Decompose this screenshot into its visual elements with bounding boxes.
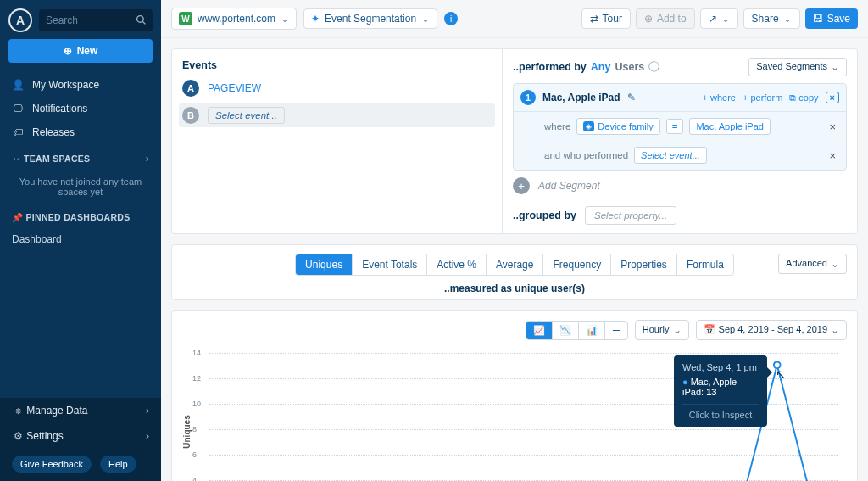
svg-line-1 [142,21,145,24]
measured-as-text: ..measured as unique user(s) [182,282,847,294]
segment-1-badge: 1 [520,90,536,105]
tooltip-time: Wed, Sep 4, 1 pm [682,362,759,372]
user-icon: 👤 [12,79,24,91]
info-icon[interactable]: ⓘ [648,60,659,75]
info-icon[interactable]: i [444,12,458,25]
team-spaces-header[interactable]: ↔ TEAM SPACES › [0,144,161,170]
search-icon [136,14,147,28]
event-b-badge: B [182,107,199,124]
add-segment-button[interactable]: + [513,177,530,194]
date-range-dropdown[interactable]: 📅 Sep 4, 2019 - Sep 4, 2019⌄ [696,320,847,340]
save-button[interactable]: 🖫 Save [805,8,858,29]
bar-chart-icon[interactable]: 📊 [579,322,605,339]
chart-type-group: 📈 📉 📊 ☰ [526,321,628,340]
tag-icon: 🏷 [12,126,24,138]
add-to-button: ⊕ Add to [636,8,695,29]
select-property[interactable]: Select property... [585,206,676,225]
events-title: Events [182,59,492,71]
advanced-button[interactable]: Advanced⌄ [778,254,847,274]
operator-chip[interactable]: = [666,119,684,134]
team-spaces-empty: You have not joined any team spaces yet [0,170,161,204]
tool-selector[interactable]: ✦ Event Segmentation ⌄ [303,8,437,29]
add-where-button[interactable]: + where [703,92,736,103]
help-button[interactable]: Help [100,456,136,473]
chart-tooltip[interactable]: Wed, Sep 4, 1 pm Mac, Apple iPad: 13 Cli… [674,355,767,427]
chevron-down-icon: ⌄ [281,13,289,25]
line-chart-icon[interactable]: 📈 [526,322,553,339]
pinned-dashboards-header: 📌 PINNED DASHBOARDS [0,204,161,228]
chevron-right-icon: › [146,430,149,442]
metric-tabs: Uniques Event Totals Active % Average Fr… [295,254,734,276]
nav-releases[interactable]: 🏷 Releases [0,120,161,144]
where-label: where [544,121,570,131]
device-icon: ◈ [583,121,594,131]
cursor-icon: ↖ [776,367,786,381]
event-b-select[interactable]: Select event... [208,107,285,124]
interval-dropdown[interactable]: Hourly⌄ [635,320,689,340]
svg-point-0 [137,16,144,23]
share-button[interactable]: Share ⌄ [743,8,800,29]
chevron-right-icon: › [146,405,149,417]
tab-uniques[interactable]: Uniques [296,254,353,275]
tab-properties[interactable]: Properties [611,254,677,275]
add-perform-button[interactable]: + perform [743,92,782,103]
users-label[interactable]: Users [615,61,644,73]
plus-icon: ⊕ [64,45,72,57]
remove-where-icon[interactable]: × [829,120,836,133]
tab-event-totals[interactable]: Event Totals [353,254,427,275]
nav-notifications[interactable]: 🖵 Notifications [0,97,161,120]
manage-icon: ⎈ [12,405,24,417]
segmentation-icon: ✦ [311,13,320,25]
chevron-right-icon: › [146,153,149,165]
performed-select-event[interactable]: Select event... [634,147,707,164]
remove-performed-icon[interactable]: × [829,149,836,162]
chart-ylabel: Uniques [182,415,192,448]
copy-button[interactable]: ⧉ copy [789,92,818,103]
tab-formula[interactable]: Formula [677,254,733,275]
site-selector[interactable]: W www.portent.com ⌄ [171,8,297,30]
area-chart-icon[interactable]: 📉 [553,322,579,339]
performed-by-label: ..performed by [513,61,587,73]
grouped-by-label: ..grouped by [513,210,576,221]
tab-average[interactable]: Average [487,254,543,275]
event-a-badge: A [182,80,199,97]
new-button[interactable]: ⊕ New [8,39,153,63]
site-badge-icon: W [179,12,192,25]
performed-label: and who performed [544,150,628,160]
nav-settings[interactable]: ⚙ Settings › [0,423,161,449]
where-value-chip[interactable]: Mac, Apple iPad [689,118,771,135]
any-toggle[interactable]: Any [591,61,611,73]
event-a-label[interactable]: PAGEVIEW [208,82,261,94]
where-field-chip[interactable]: ◈Device family [576,118,659,135]
tour-button[interactable]: ⇄ Tour [581,8,631,29]
saved-segments-button[interactable]: Saved Segments⌄ [748,58,847,76]
export-button[interactable]: ↗ ⌄ [700,8,738,29]
tab-active-pct[interactable]: Active % [427,254,487,275]
monitor-icon: 🖵 [12,103,24,115]
give-feedback-button[interactable]: Give Feedback [12,456,92,473]
segment-1-title: Mac, Apple iPad [542,92,620,103]
app-logo[interactable]: A [8,8,32,32]
nav-my-workspace[interactable]: 👤 My Workspace [0,73,161,97]
edit-icon[interactable]: ✎ [627,92,636,103]
chevron-down-icon: ⌄ [421,13,430,25]
tab-frequency[interactable]: Frequency [543,254,611,275]
tooltip-inspect[interactable]: Click to Inspect [682,404,759,420]
delete-segment-button[interactable]: × [826,92,839,103]
add-segment-label: Add Segment [538,180,600,192]
stacked-bar-icon[interactable]: ☰ [605,322,627,339]
nav-manage-data[interactable]: ⎈ Manage Data › [0,398,161,423]
pinned-dashboard-link[interactable]: Dashboard [0,228,161,250]
gear-icon: ⚙ [12,430,24,442]
tooltip-value: Mac, Apple iPad: 13 [682,377,759,397]
